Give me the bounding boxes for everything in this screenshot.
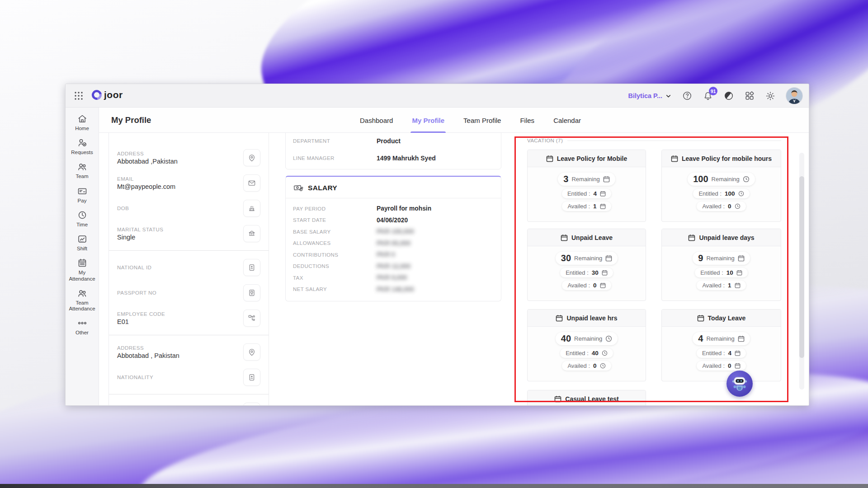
availed-pill: Availed :1 bbox=[697, 281, 745, 290]
job-info-card: DEPARTMENT Product LINE MANAGER 1499 Mah… bbox=[285, 133, 501, 169]
requests-icon bbox=[77, 137, 88, 148]
vacation-card-today-leave: Today Leave 4Remaining Entitled :4 Avail… bbox=[661, 309, 781, 381]
id-card-icon[interactable] bbox=[243, 259, 260, 276]
info-row-department: DEPARTMENT Product bbox=[286, 133, 501, 150]
tab-team-profile[interactable]: Team Profile bbox=[462, 108, 502, 133]
salary-row-start-date: START DATE 04/06/2020 bbox=[293, 215, 494, 226]
brand-logo[interactable]: joor bbox=[92, 89, 123, 100]
location-pin-icon[interactable] bbox=[243, 343, 260, 361]
content-header: My Profile Dashboard My Profile Team Pro… bbox=[99, 108, 809, 133]
logo-text: joor bbox=[104, 89, 123, 100]
envelope-icon[interactable] bbox=[243, 174, 260, 192]
calendar-icon bbox=[600, 203, 606, 209]
vacation-card-header: Unpaid Leave bbox=[528, 229, 646, 246]
salary-card-header: SALARY bbox=[286, 177, 501, 198]
logo-o-icon bbox=[90, 88, 104, 102]
availed-pill: Availed :0 bbox=[562, 281, 611, 290]
vacation-card-header: Today Leave bbox=[662, 310, 781, 327]
help-icon[interactable] bbox=[682, 91, 692, 101]
vacation-card-header: Casual Leave test bbox=[528, 390, 646, 405]
sidebar-item-pay[interactable]: Pay bbox=[66, 186, 98, 204]
calendar-icon bbox=[600, 282, 606, 288]
contrast-theme-icon[interactable] bbox=[724, 91, 734, 101]
robot-icon bbox=[731, 375, 749, 393]
clock-icon bbox=[735, 203, 741, 209]
vacation-card-header: Unpaid leave days bbox=[662, 229, 781, 246]
notification-badge: 91 bbox=[709, 87, 717, 95]
salary-row-allowances: ALLOWANCES PKR 65,000 bbox=[293, 238, 494, 249]
divider bbox=[109, 335, 269, 335]
salary-row-tax: TAX PKR 9,000 bbox=[293, 272, 494, 284]
personal-info-card: ADDRESS Abbotabad ,Pakistan EMAIL Mt@pay… bbox=[108, 133, 269, 405]
divider bbox=[109, 394, 269, 394]
remaining-pill: 30Remaining bbox=[556, 252, 618, 265]
company-switcher[interactable]: Bilytica P... bbox=[628, 92, 672, 99]
vacation-section-header: VACATION (7) bbox=[527, 138, 781, 143]
passport-icon[interactable] bbox=[243, 284, 260, 301]
entitled-pill: Entitled :10 bbox=[695, 268, 748, 277]
vacation-card-header: Leave Policy for mobile hours bbox=[662, 150, 781, 167]
tab-my-profile[interactable]: My Profile bbox=[410, 108, 446, 133]
salary-title: SALARY bbox=[308, 184, 337, 192]
calendar-icon bbox=[735, 363, 741, 369]
sidebar-item-shift[interactable]: Shift bbox=[66, 234, 98, 252]
sidebar-item-my-attendance[interactable]: My Attendance bbox=[66, 258, 98, 282]
app-header: joor Bilytica P... 91 bbox=[66, 84, 809, 108]
calendar-icon bbox=[561, 234, 568, 241]
clock-icon bbox=[743, 176, 750, 183]
user-avatar[interactable] bbox=[786, 88, 802, 104]
clock-icon bbox=[600, 363, 606, 369]
remaining-pill: 9Remaining bbox=[693, 252, 750, 265]
calendar-icon bbox=[697, 314, 704, 322]
calendar-icon bbox=[688, 234, 695, 241]
remaining-pill: 100Remaining bbox=[688, 173, 755, 186]
calendar-icon bbox=[605, 255, 612, 262]
calendar-icon bbox=[671, 155, 678, 162]
info-row-line-manager: LINE MANAGER 1499 Mahrukh Syed bbox=[286, 150, 501, 167]
sidebar-item-requests[interactable]: Requests bbox=[66, 137, 98, 155]
sidebar-item-time[interactable]: Time bbox=[66, 210, 98, 228]
waffle-menu-icon[interactable] bbox=[74, 91, 84, 101]
sidebar-item-other[interactable]: Other bbox=[66, 318, 98, 336]
vacation-card-unpaid-leave-days: Unpaid leave days 9Remaining Entitled :1… bbox=[661, 229, 781, 301]
calendar-icon bbox=[735, 282, 741, 288]
nationality-icon[interactable] bbox=[243, 369, 260, 386]
vacation-card-leave-policy-mobile: Leave Policy for Mobile 3Remaining Entit… bbox=[527, 150, 646, 222]
vacation-card-header: Unpaid leave hrs bbox=[528, 310, 646, 327]
clock-icon bbox=[605, 335, 612, 342]
location-pin-icon[interactable] bbox=[243, 149, 260, 166]
sidebar-item-home[interactable]: Home bbox=[66, 113, 98, 131]
institution-icon[interactable] bbox=[243, 225, 260, 242]
sidebar-item-team-attendance[interactable]: Team Attendance bbox=[66, 288, 98, 312]
app-window: joor Bilytica P... 91 bbox=[65, 84, 809, 406]
scrollbar-thumb[interactable] bbox=[799, 176, 804, 358]
tab-calendar[interactable]: Calendar bbox=[552, 108, 582, 133]
calendar-icon bbox=[738, 255, 745, 262]
taskbar-strip bbox=[0, 484, 868, 488]
team-icon bbox=[77, 161, 88, 172]
salary-card: SALARY PAY PERIOD Payroll for mohsin STA… bbox=[285, 176, 501, 301]
vacation-card-header: Leave Policy for Mobile bbox=[528, 150, 646, 167]
calendar-icon bbox=[603, 176, 610, 183]
tab-files[interactable]: Files bbox=[519, 108, 536, 133]
apps-grid-icon[interactable] bbox=[745, 91, 755, 101]
chevron-down-icon bbox=[665, 93, 671, 99]
org-chart-icon[interactable] bbox=[243, 310, 260, 327]
calendar-icon bbox=[546, 155, 553, 162]
vacation-card-casual-leave-test: Casual Leave test bbox=[527, 390, 646, 405]
phone-icon[interactable] bbox=[243, 403, 260, 405]
calendar-icon bbox=[736, 270, 742, 276]
chatbot-button[interactable] bbox=[726, 371, 753, 397]
sidebar-item-team[interactable]: Team bbox=[66, 161, 98, 179]
vacation-card-unpaid-leave: Unpaid Leave 30Remaining Entitled :30 Av… bbox=[527, 229, 646, 301]
tab-bar: Dashboard My Profile Team Profile Files … bbox=[359, 108, 582, 133]
settings-gear-icon[interactable] bbox=[765, 91, 775, 101]
tab-dashboard[interactable]: Dashboard bbox=[359, 108, 394, 133]
notifications-bell-icon[interactable]: 91 bbox=[703, 91, 713, 101]
entitled-pill: Entitled :30 bbox=[560, 268, 613, 277]
profile-row-employee-code: EMPLOYEE CODE E01 bbox=[109, 305, 269, 331]
profile-row-national-id: NATIONAL ID bbox=[109, 255, 269, 280]
birthday-icon[interactable] bbox=[243, 200, 260, 217]
vertical-scrollbar[interactable] bbox=[799, 153, 804, 389]
profile-row-marital-status: MARITAL STATUS Single bbox=[109, 221, 269, 246]
